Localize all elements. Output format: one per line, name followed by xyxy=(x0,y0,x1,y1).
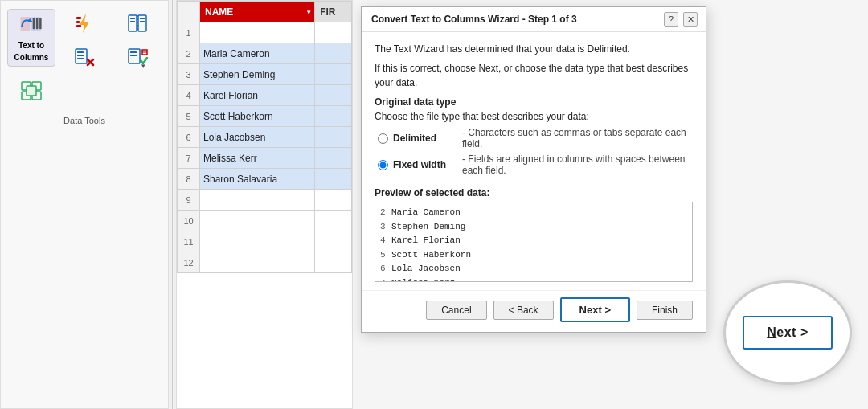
row-num: 11 xyxy=(178,231,200,252)
name-cell[interactable]: Melissa Kerr xyxy=(200,148,315,169)
dialog-controls: ? ✕ xyxy=(664,12,698,27)
name-cell[interactable] xyxy=(200,22,315,43)
preview-line: 3Stephen Deming xyxy=(380,220,687,235)
ribbon-icons-grid: Text to Columns xyxy=(7,9,162,105)
svg-rect-7 xyxy=(76,17,81,19)
svg-rect-8 xyxy=(76,21,80,23)
name-cell[interactable]: Scott Haberkorn xyxy=(200,106,315,127)
radio-group: Delimited - Characters such as commas or… xyxy=(378,127,693,176)
fir-cell[interactable] xyxy=(315,64,352,85)
col-dropdown-arrow[interactable]: ▼ xyxy=(305,8,312,15)
row-num: 3 xyxy=(178,64,200,85)
name-cell[interactable]: Lola Jacobsen xyxy=(200,127,315,148)
table-row[interactable]: 12 xyxy=(178,252,352,273)
remove-duplicates-button[interactable] xyxy=(70,43,99,72)
radio-delimited[interactable] xyxy=(378,133,388,144)
table-row[interactable]: 6 Lola Jacobsen xyxy=(178,127,352,148)
preview-line-text: Maria Cameron xyxy=(391,206,461,220)
next-rest: ext > xyxy=(776,325,808,339)
name-cell[interactable]: Stephen Deming xyxy=(200,64,315,85)
name-cell[interactable]: Karel Florian xyxy=(200,85,315,106)
consolidate-button[interactable] xyxy=(17,76,46,105)
preview-line: 2Maria Cameron xyxy=(380,206,687,220)
name-cell[interactable] xyxy=(200,231,315,252)
radio-delimited-row[interactable]: Delimited - Characters such as commas or… xyxy=(378,127,693,149)
radio-delimited-label: Delimited xyxy=(393,133,457,144)
name-cell[interactable]: Sharon Salavaria xyxy=(200,169,315,190)
name-cell[interactable] xyxy=(200,211,315,231)
svg-rect-18 xyxy=(77,51,84,53)
table-row[interactable]: 3 Stephen Deming xyxy=(178,64,352,85)
fir-cell[interactable] xyxy=(315,85,352,106)
fir-cell[interactable] xyxy=(315,106,352,127)
fir-cell[interactable] xyxy=(315,22,352,43)
preview-box[interactable]: 2Maria Cameron3Stephen Deming4Karel Flor… xyxy=(375,202,693,282)
preview-line-text: Scott Haberkorn xyxy=(391,248,471,263)
fir-cell[interactable] xyxy=(315,43,352,64)
table-row[interactable]: 5 Scott Haberkorn xyxy=(178,106,352,127)
fir-cell[interactable] xyxy=(315,252,352,273)
split-to-columns-button[interactable] xyxy=(123,9,152,38)
next-button-large[interactable]: Next > xyxy=(743,316,832,350)
table-row[interactable]: 8 Sharon Salavaria xyxy=(178,169,352,190)
dialog-body: The Text Wizard has determined that your… xyxy=(362,32,706,290)
preview-line-num: 6 xyxy=(380,262,391,276)
text-to-columns-label: Text to xyxy=(18,41,44,51)
table-row[interactable]: 11 xyxy=(178,231,352,252)
table-row[interactable]: 10 xyxy=(178,211,352,231)
next-button-dialog[interactable]: Next > xyxy=(560,297,630,322)
flash-fill-button[interactable] xyxy=(70,9,99,38)
row-num: 9 xyxy=(178,190,200,211)
data-validation-button[interactable]: ▾ xyxy=(123,43,152,72)
svg-rect-20 xyxy=(77,58,84,59)
dialog-box: Convert Text to Columns Wizard - Step 1 … xyxy=(361,6,706,333)
preview-section: Preview of selected data: 2Maria Cameron… xyxy=(375,187,693,282)
preview-line-text: Lola Jacobsen xyxy=(391,262,461,276)
row-num: 2 xyxy=(178,43,200,64)
preview-line: 5Scott Haberkorn xyxy=(380,248,687,263)
fir-cell[interactable] xyxy=(315,231,352,252)
name-cell[interactable] xyxy=(200,252,315,273)
finish-button[interactable]: Finish xyxy=(637,301,693,320)
table-row[interactable]: 9 xyxy=(178,190,352,211)
svg-rect-15 xyxy=(140,18,145,19)
radio-fixed-width-row[interactable]: Fixed width - Fields are aligned in colu… xyxy=(378,153,693,176)
fir-cell[interactable] xyxy=(315,148,352,169)
ribbon-section-label: Data Tools xyxy=(7,112,162,125)
dialog-help-button[interactable]: ? xyxy=(664,12,678,27)
row-num: 10 xyxy=(178,211,200,231)
radio-fixed-width-label: Fixed width xyxy=(393,159,457,170)
table-row[interactable]: 4 Karel Florian xyxy=(178,85,352,106)
ribbon-divider xyxy=(172,0,173,409)
name-cell[interactable] xyxy=(200,190,315,211)
preview-line-text: Stephen Deming xyxy=(391,220,465,235)
cancel-button[interactable]: Cancel xyxy=(426,301,486,320)
spreadsheet-area: NAME ▼ FIR 1 2 Maria Cameron 3 Stephen D… xyxy=(176,0,353,409)
col-header-fir[interactable]: FIR xyxy=(315,2,352,22)
choose-file-type-label: Choose the file type that best describes… xyxy=(375,111,693,122)
svg-rect-14 xyxy=(130,21,135,22)
back-button[interactable]: < Back xyxy=(493,301,554,320)
table-row[interactable]: 1 xyxy=(178,22,352,43)
original-data-type-label: Original data type xyxy=(375,96,693,108)
row-num: 8 xyxy=(178,169,200,190)
dialog-close-button[interactable]: ✕ xyxy=(683,12,698,27)
radio-fixed-width[interactable] xyxy=(378,160,388,170)
row-num: 12 xyxy=(178,252,200,273)
fir-cell[interactable] xyxy=(315,127,352,148)
ribbon-panel: Text to Columns xyxy=(0,0,169,409)
text-to-columns-button[interactable]: Text to Columns xyxy=(7,9,55,67)
dialog-footer: Cancel < Back Next > Finish xyxy=(362,290,706,332)
table-row[interactable]: 2 Maria Cameron xyxy=(178,43,352,64)
name-cell[interactable]: Maria Cameron xyxy=(200,43,315,64)
table-row[interactable]: 7 Melissa Kerr xyxy=(178,148,352,169)
fir-cell[interactable] xyxy=(315,190,352,211)
col-header-name[interactable]: NAME ▼ xyxy=(200,2,315,22)
fir-cell[interactable] xyxy=(315,169,352,190)
preview-line-num: 4 xyxy=(380,234,391,248)
row-num: 1 xyxy=(178,22,200,43)
row-num: 7 xyxy=(178,148,200,169)
dialog-container: Convert Text to Columns Wizard - Step 1 … xyxy=(353,0,868,409)
fir-cell[interactable] xyxy=(315,211,352,231)
col-name-label: NAME xyxy=(205,6,233,18)
